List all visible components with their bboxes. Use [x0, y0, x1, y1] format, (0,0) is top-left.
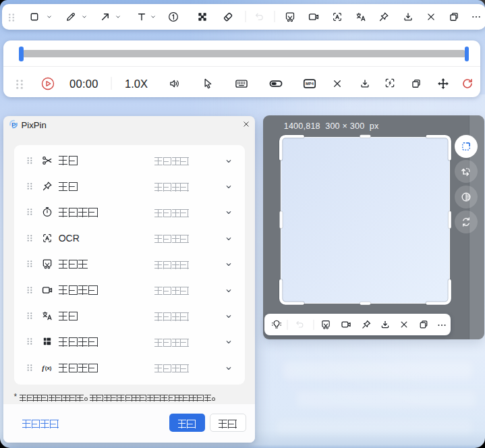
svg-text:P: P: [11, 120, 16, 128]
